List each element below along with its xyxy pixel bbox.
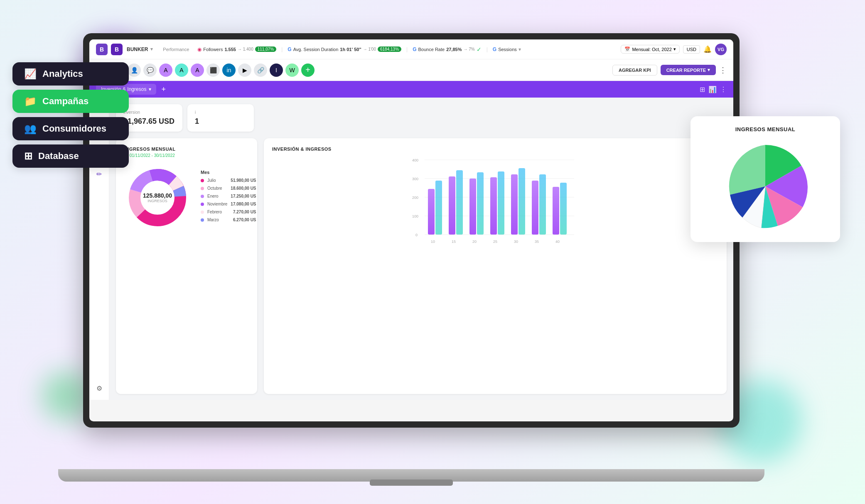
menu-item-database[interactable]: ⊞ Database xyxy=(12,144,129,168)
sessions-dropdown[interactable]: ▾ xyxy=(519,46,521,52)
tab-more-icon[interactable]: ⋮ xyxy=(720,86,727,93)
channel-icon-active[interactable]: I xyxy=(270,64,283,77)
floating-pie-card: INGRESOS MENSUAL xyxy=(691,116,840,242)
session-badge: 6184,13% xyxy=(378,46,401,52)
channel-icon-10[interactable]: 🔗 xyxy=(254,64,267,77)
date-text: Mensual: Oct, 2022 xyxy=(632,47,671,52)
legend-value-5: 6.270,00 US xyxy=(233,218,256,222)
laptop-base xyxy=(58,469,764,482)
legend-value-1: 18.600,00 US xyxy=(231,186,256,191)
menu-item-analytics[interactable]: 📈 Analytics xyxy=(12,62,129,86)
separator-1: | xyxy=(281,46,283,52)
legend-label-3: Noviembre xyxy=(207,202,227,206)
kpi-card-inversion-label: inversion xyxy=(123,110,175,115)
channel-icon-8[interactable]: ⬛ xyxy=(206,64,220,77)
google-icon-2: G xyxy=(413,46,416,52)
svg-text:0: 0 xyxy=(415,233,418,237)
svg-rect-27 xyxy=(532,181,538,235)
menu-item-consumidores[interactable]: 👥 Consumidores xyxy=(12,117,129,140)
date-picker[interactable]: 📅 Mensual: Oct, 2022 ▾ xyxy=(621,45,679,54)
bar-chart-svg: 400 300 200 100 0 xyxy=(272,156,718,247)
bounce-change: → 7% xyxy=(463,47,474,51)
kpi-card-inversion-value: 61,967.65 USD xyxy=(123,117,175,126)
svg-rect-25 xyxy=(511,174,518,235)
tab-bar-right: ⊞ 📊 ⋮ xyxy=(700,86,727,93)
svg-text:400: 400 xyxy=(412,158,418,162)
kpi-followers: ◉ Followers 1.555 → 1.400 111,07% xyxy=(197,46,276,52)
legend-value-3: 17.080,00 US xyxy=(231,202,256,206)
legend-item-2: Enero 17.250,00 US xyxy=(201,194,256,198)
svg-rect-17 xyxy=(428,189,435,235)
currency-button[interactable]: USD xyxy=(683,45,700,54)
channel-icon-3[interactable]: 👤 xyxy=(128,64,141,77)
database-label: Database xyxy=(38,151,79,161)
sidebar-settings-icon[interactable]: ⚙ xyxy=(93,382,106,395)
user-avatar[interactable]: VG xyxy=(715,44,727,55)
channel-icon-5[interactable]: A xyxy=(159,64,172,77)
sidebar-edit-icon[interactable]: ✏ xyxy=(93,167,106,181)
agregar-kpi-button[interactable]: AGREGAR KPI xyxy=(612,65,657,76)
more-options-icon[interactable]: ⋮ xyxy=(719,66,727,75)
logo-icon-2: B xyxy=(111,44,123,55)
logo-area: B B BUNKER ▾ xyxy=(96,44,153,55)
channel-icon-w[interactable]: W xyxy=(285,64,299,77)
chart-inversion-title: INVERSIÓN & INGRESOS xyxy=(272,147,718,152)
legend-container: Mes Julio 51.980,00 US xyxy=(201,170,256,225)
tab-add-button[interactable]: + xyxy=(161,85,166,94)
legend-dot-5 xyxy=(201,218,204,222)
legend-dot-4 xyxy=(201,210,204,214)
svg-rect-26 xyxy=(519,168,525,235)
performance-text: Performance xyxy=(163,47,189,52)
svg-text:35: 35 xyxy=(535,240,539,244)
logo-icon: B xyxy=(96,44,108,55)
pie-chart-svg xyxy=(720,141,811,232)
session-change: → 1'00 xyxy=(363,47,376,51)
channel-icon-9[interactable]: ▶ xyxy=(238,64,251,77)
app-header: B B BUNKER ▾ Performance ◉ Followers 1.5… xyxy=(89,39,733,59)
channel-icon-linkedin[interactable]: in xyxy=(222,64,236,77)
followers-badge: 111,07% xyxy=(255,46,276,52)
svg-text:100: 100 xyxy=(412,214,418,218)
svg-text:300: 300 xyxy=(412,177,418,181)
followers-change: → 1.400 xyxy=(238,47,253,51)
campanas-icon: 📁 xyxy=(24,95,37,107)
pie-card-title: INGRESOS MENSUAL xyxy=(700,126,830,132)
calendar-icon: 📅 xyxy=(624,46,630,52)
pie-chart-wrap xyxy=(700,141,830,232)
separator-3: | xyxy=(487,46,488,52)
grid-view-icon[interactable]: ⊞ xyxy=(700,86,705,93)
menu-item-campanas[interactable]: 📁 Campañas xyxy=(12,90,129,113)
svg-rect-20 xyxy=(456,170,463,235)
channel-icon-7[interactable]: A xyxy=(191,64,204,77)
charts-row: INGRESOS MENSUAL 🖨 01/11/2022 - 30/11/20… xyxy=(116,138,727,394)
add-channel-button[interactable]: + xyxy=(301,64,315,77)
bell-icon[interactable]: 🔔 xyxy=(703,45,712,53)
database-icon: ⊞ xyxy=(24,150,32,162)
date-dropdown-icon: ▾ xyxy=(673,46,676,52)
followers-value: 1.555 xyxy=(224,47,236,52)
laptop-screen: B B BUNKER ▾ Performance ◉ Followers 1.5… xyxy=(89,39,733,421)
crear-dropdown-icon: ▾ xyxy=(708,67,710,73)
brand-dropdown[interactable]: ▾ xyxy=(150,46,153,52)
svg-text:20: 20 xyxy=(472,240,477,244)
legend-label-5: Marzo xyxy=(207,218,230,222)
chart-view-icon[interactable]: 📊 xyxy=(708,86,717,93)
chart-ingresos-title: INGRESOS MENSUAL xyxy=(124,147,249,152)
legend-label-2: Enero xyxy=(207,194,227,198)
svg-rect-23 xyxy=(490,177,497,235)
svg-rect-28 xyxy=(539,174,546,235)
crear-reporte-label: CREAR REPORTE xyxy=(666,68,706,73)
legend-dot-2 xyxy=(201,195,204,198)
legend-value-2: 17.250,00 US xyxy=(231,194,256,198)
floating-menu: 📈 Analytics 📁 Campañas 👥 Consumidores ⊞ … xyxy=(12,62,129,168)
legend-label-1: Octubre xyxy=(207,186,227,191)
svg-rect-19 xyxy=(449,176,455,235)
chart-inversion-ingresos: INVERSIÓN & INGRESOS xyxy=(264,138,727,394)
crear-reporte-button[interactable]: CREAR REPORTE ▾ xyxy=(661,65,716,75)
channel-icon-4[interactable]: 💬 xyxy=(143,64,157,77)
kpi-bounce: G Bounce Rate 27,85% → 7% ✓ xyxy=(413,46,482,53)
svg-rect-22 xyxy=(477,172,484,235)
channel-icon-6[interactable]: A xyxy=(175,64,188,77)
donut-chart: 125.880,00 INGRESOS xyxy=(124,164,191,231)
session-label: Avg. Session Duration xyxy=(293,47,339,52)
